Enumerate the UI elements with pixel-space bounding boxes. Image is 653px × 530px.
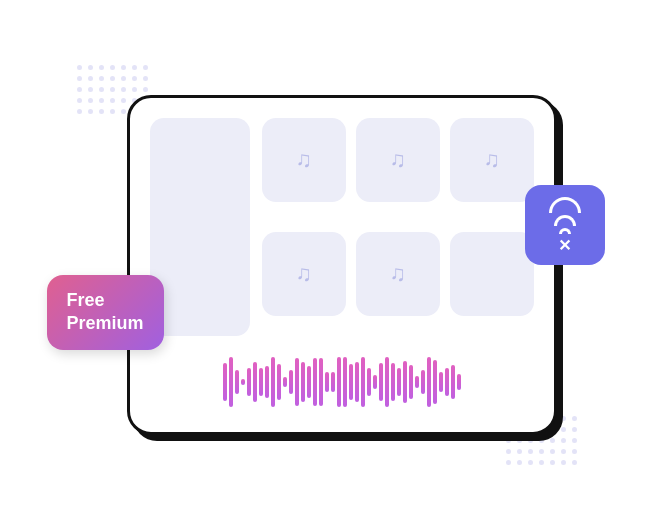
waveform-bar <box>457 374 461 389</box>
audio-waveform <box>223 357 461 407</box>
music-note-icon: ♫ <box>295 261 312 287</box>
waveform-bar <box>397 368 401 396</box>
waveform-bar <box>391 363 395 401</box>
wifi-x-mark: ✕ <box>558 238 571 254</box>
music-note-icon: ♫ <box>389 147 406 173</box>
waveform-bar <box>343 357 347 407</box>
main-card: ♫ ♫ ♫ ♫ ♫ <box>127 95 557 435</box>
waveform-bar <box>379 363 383 401</box>
waveform-bar <box>307 366 311 398</box>
waveform-bar <box>235 370 239 393</box>
waveform-bar <box>229 357 233 407</box>
wifi-error-badge: ✕ <box>525 185 605 265</box>
waveform-bar <box>277 364 281 401</box>
waveform-section <box>150 352 534 412</box>
waveform-bar <box>331 372 335 391</box>
waveform-bar <box>241 379 245 386</box>
wifi-arc-small <box>559 228 571 234</box>
free-premium-badge[interactable]: Free Premium <box>47 275 164 350</box>
music-note-icon: ♫ <box>295 147 312 173</box>
app-icon-4: ♫ <box>262 232 346 316</box>
music-note-icon: ♫ <box>389 261 406 287</box>
sidebar-placeholder <box>150 118 250 336</box>
app-icon-2: ♫ <box>356 118 440 202</box>
waveform-bar <box>373 375 377 388</box>
wifi-arc-large <box>549 197 581 213</box>
waveform-bar <box>355 362 359 402</box>
waveform-bar <box>361 357 365 407</box>
waveform-bar <box>259 368 263 395</box>
waveform-bar <box>295 358 299 406</box>
waveform-bar <box>337 357 341 406</box>
waveform-bar <box>439 372 443 393</box>
waveform-bar <box>433 360 437 404</box>
scene: ♫ ♫ ♫ ♫ ♫ <box>67 55 587 475</box>
waveform-bar <box>403 361 407 402</box>
wifi-arc-medium <box>554 215 576 226</box>
waveform-bar <box>415 376 419 388</box>
waveform-bar <box>253 362 257 403</box>
wifi-error-icon: ✕ <box>549 197 581 254</box>
app-icon-grid: ♫ ♫ ♫ ♫ ♫ <box>262 118 534 336</box>
waveform-bar <box>265 366 269 399</box>
waveform-bar <box>289 370 293 393</box>
waveform-bar <box>247 368 251 397</box>
waveform-bar <box>421 370 425 394</box>
waveform-bar <box>349 364 353 400</box>
waveform-bar <box>445 368 449 396</box>
waveform-bar <box>223 363 227 401</box>
waveform-bar <box>325 372 329 392</box>
waveform-bar <box>283 377 287 387</box>
badge-line1: Free <box>67 290 105 310</box>
waveform-bar <box>301 362 305 403</box>
top-section: ♫ ♫ ♫ ♫ ♫ <box>150 118 534 336</box>
waveform-bar <box>319 358 323 406</box>
app-icon-5: ♫ <box>356 232 440 316</box>
wifi-arcs <box>549 197 581 234</box>
badge-line2: Premium <box>67 313 144 333</box>
waveform-bar <box>451 365 455 400</box>
app-icon-1: ♫ <box>262 118 346 202</box>
music-note-icon: ♫ <box>483 147 500 173</box>
waveform-bar <box>367 368 371 397</box>
app-icon-3: ♫ <box>450 118 534 202</box>
waveform-bar <box>385 357 389 407</box>
waveform-bar <box>271 357 275 407</box>
app-icon-6 <box>450 232 534 316</box>
waveform-bar <box>427 357 431 407</box>
waveform-bar <box>313 358 317 406</box>
waveform-bar <box>409 365 413 399</box>
